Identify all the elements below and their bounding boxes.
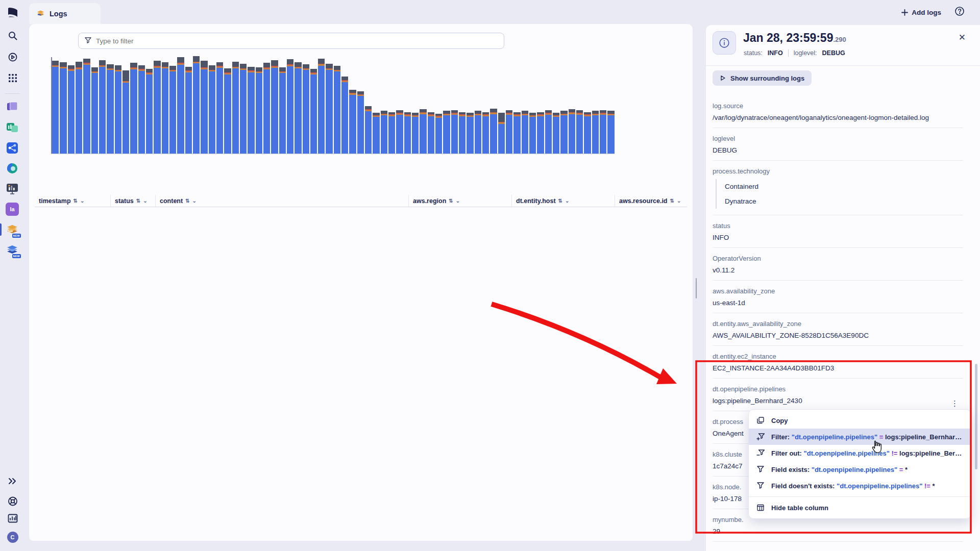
- sort-icon[interactable]: ⇅: [558, 198, 562, 204]
- chart-bar[interactable]: [459, 112, 465, 154]
- chart-bar[interactable]: [592, 111, 599, 154]
- chart-bar[interactable]: [357, 91, 364, 154]
- chart-bar[interactable]: [83, 59, 90, 154]
- chart-bar[interactable]: [553, 113, 559, 154]
- menu-item-hide-column[interactable]: Hide table column: [749, 499, 971, 516]
- chart-bar[interactable]: [506, 110, 512, 154]
- app-icon-clouds[interactable]: [6, 101, 19, 114]
- chart-bar[interactable]: [334, 66, 340, 154]
- chart-bar[interactable]: [576, 110, 583, 154]
- chart-bar[interactable]: [130, 63, 137, 154]
- chart-bar[interactable]: [287, 59, 293, 154]
- chart-bar[interactable]: [341, 77, 348, 154]
- sort-icon[interactable]: ⇅: [136, 198, 140, 204]
- chevron-down-icon[interactable]: ⌄: [143, 198, 147, 204]
- column-header-aws-region[interactable]: aws.region⇅⌄: [408, 195, 511, 207]
- chart-bar[interactable]: [52, 61, 59, 154]
- search-icon[interactable]: [8, 31, 18, 41]
- chart-bar[interactable]: [529, 113, 536, 154]
- chart-bar[interactable]: [224, 68, 231, 154]
- app-icon-launchpads[interactable]: la: [6, 203, 19, 216]
- sort-icon[interactable]: ⇅: [185, 198, 189, 204]
- column-header-status[interactable]: status⇅⌄: [110, 195, 155, 207]
- menu-item-filter-out[interactable]: Filter out: "dt.openpipeline.pipelines" …: [749, 445, 971, 461]
- chart-bar[interactable]: [451, 110, 458, 154]
- chart-bar[interactable]: [248, 67, 254, 154]
- chart-bar[interactable]: [607, 111, 614, 154]
- close-icon[interactable]: ✕: [959, 32, 966, 43]
- app-icon-clouds-new[interactable]: NEW: [6, 243, 19, 257]
- chart-bar[interactable]: [326, 64, 332, 154]
- chart-bar[interactable]: [537, 112, 544, 154]
- automations-icon[interactable]: [8, 52, 18, 62]
- panel-resize-handle[interactable]: [696, 278, 697, 298]
- chart-bar[interactable]: [263, 63, 270, 154]
- chart-bar[interactable]: [295, 62, 301, 154]
- chart-bar[interactable]: [318, 59, 325, 154]
- apps-grid-icon[interactable]: [8, 73, 17, 83]
- menu-item-field-not-exists[interactable]: Field doesn't exists: "dt.openpipeline.p…: [749, 478, 971, 494]
- field-kebab-icon[interactable]: ⋮: [948, 398, 962, 409]
- menu-item-field-exists[interactable]: Field exists: "dt.openpipeline.pipelines…: [749, 461, 971, 478]
- column-header-dt-entity-host[interactable]: dt.entity.host⇅⌄: [511, 195, 615, 207]
- chart-bar[interactable]: [193, 56, 200, 154]
- column-header-content[interactable]: content⇅⌄: [155, 195, 408, 207]
- chart-bar[interactable]: [240, 64, 247, 154]
- chart-bar[interactable]: [232, 62, 239, 154]
- chart-bar[interactable]: [68, 65, 75, 154]
- chart-bar[interactable]: [60, 62, 66, 154]
- dynatrace-logo[interactable]: [7, 7, 18, 18]
- chart-bar[interactable]: [162, 62, 168, 154]
- chart-bar[interactable]: [122, 70, 129, 154]
- usage-chart-icon[interactable]: [8, 514, 18, 523]
- chart-bar[interactable]: [443, 111, 450, 154]
- chart-bar[interactable]: [522, 111, 528, 154]
- chart-bar[interactable]: [600, 110, 606, 154]
- chart-bar[interactable]: [138, 65, 145, 154]
- help-icon[interactable]: [954, 6, 965, 18]
- chart-bar[interactable]: [177, 57, 184, 154]
- chart-bar[interactable]: [569, 109, 575, 154]
- chart-bar[interactable]: [115, 65, 121, 154]
- chart-bar[interactable]: [365, 106, 372, 154]
- chart-bar[interactable]: [99, 60, 106, 154]
- app-icon-business-analytics[interactable]: [6, 121, 19, 134]
- chart-bar[interactable]: [467, 113, 473, 154]
- sort-icon[interactable]: ⇅: [74, 198, 78, 204]
- chevron-down-icon[interactable]: ⌄: [80, 198, 84, 204]
- sort-icon[interactable]: ⇅: [449, 198, 453, 204]
- app-icon-kubernetes[interactable]: [6, 162, 19, 175]
- chart-bar[interactable]: [584, 112, 591, 154]
- chart-bar[interactable]: [513, 112, 520, 154]
- chart-bar[interactable]: [482, 112, 489, 154]
- chart-bar[interactable]: [412, 113, 419, 154]
- chart-bar[interactable]: [271, 60, 278, 154]
- chart-bar[interactable]: [169, 66, 176, 154]
- chart-bar[interactable]: [490, 109, 497, 154]
- menu-item-filter[interactable]: Filter: "dt.openpipeline.pipelines" = lo…: [749, 429, 971, 445]
- tab-logs[interactable]: Logs: [29, 3, 101, 24]
- avatar[interactable]: C: [7, 532, 18, 543]
- chart-bar[interactable]: [303, 64, 309, 154]
- chart-bar[interactable]: [428, 112, 434, 154]
- chart-bar[interactable]: [475, 111, 481, 154]
- add-logs-button[interactable]: Add logs: [901, 9, 941, 16]
- chart-bar[interactable]: [404, 112, 411, 154]
- chevron-down-icon[interactable]: ⌄: [565, 198, 569, 204]
- menu-item-copy[interactable]: Copy: [749, 412, 971, 429]
- chart-bar[interactable]: [396, 110, 403, 154]
- sort-icon[interactable]: ⇅: [670, 198, 674, 204]
- chart-bar[interactable]: [435, 114, 442, 154]
- expand-sidebar-icon[interactable]: [8, 478, 17, 485]
- chart-bar[interactable]: [498, 113, 505, 154]
- chart-bar[interactable]: [201, 61, 207, 154]
- chart-bar[interactable]: [107, 64, 113, 154]
- chart-bar[interactable]: [209, 65, 215, 154]
- show-surrounding-logs-button[interactable]: Show surrounding logs: [713, 70, 812, 86]
- chart-bar[interactable]: [349, 90, 356, 154]
- chart-bar[interactable]: [216, 62, 223, 154]
- chart-bar[interactable]: [310, 69, 317, 154]
- chevron-down-icon[interactable]: ⌄: [192, 198, 197, 204]
- chart-bar[interactable]: [420, 109, 426, 154]
- chart-bar[interactable]: [91, 67, 98, 154]
